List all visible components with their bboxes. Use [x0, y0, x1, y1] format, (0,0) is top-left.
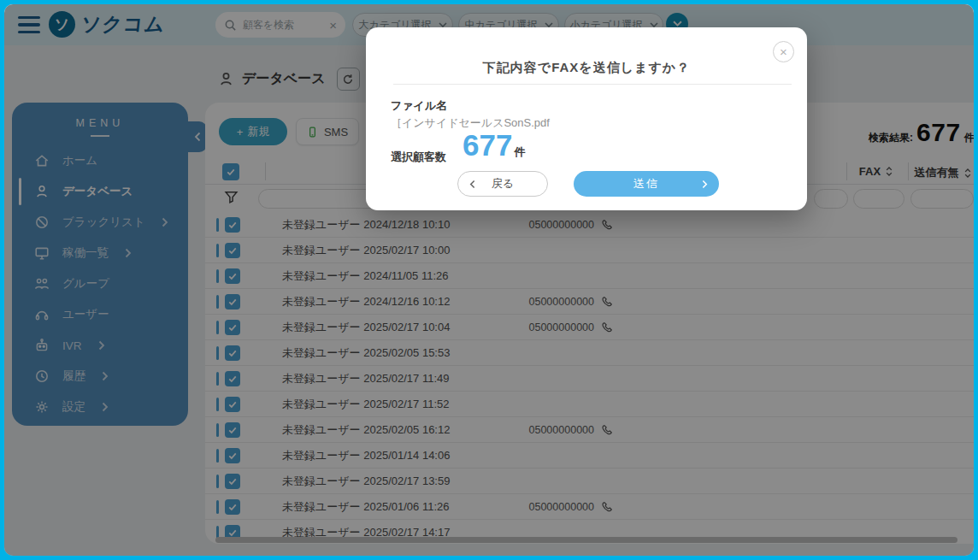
- modal-divider: [393, 84, 792, 85]
- fax-confirm-modal: × 下記内容でFAXを送信しますか？ ファイル名 ［インサイドセールスSonS.…: [366, 27, 807, 210]
- send-button[interactable]: 送信: [574, 171, 719, 197]
- chevron-left-icon: [469, 180, 475, 189]
- app-window: ソ ソクコム × 大カテゴリ選択 中カテゴリ選択 小カテゴリ選択: [4, 4, 974, 556]
- selected-customer-count-label: 選択顧客数: [391, 150, 446, 165]
- back-button[interactable]: 戻る: [457, 171, 548, 197]
- chevron-right-icon: [702, 180, 708, 189]
- modal-title: 下記内容でFAXを送信しますか？: [366, 60, 807, 76]
- close-icon: ×: [780, 44, 787, 59]
- file-name-label: ファイル名: [391, 98, 447, 114]
- selected-customer-count: 677 件: [462, 128, 525, 162]
